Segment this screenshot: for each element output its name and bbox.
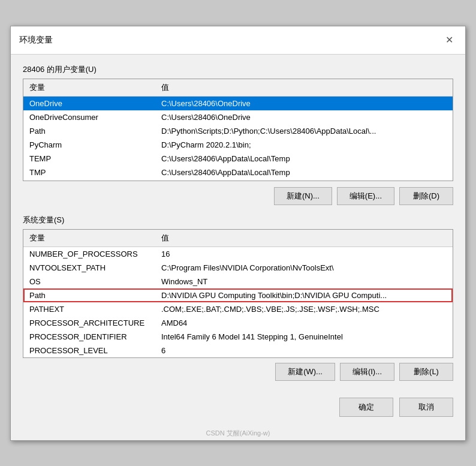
user-var-row[interactable]: PyCharm D:\PyCharm 2020.2.1\bin; <box>23 138 453 152</box>
user-vars-header: 变量 值 <box>23 79 453 97</box>
user-vars-buttons: 新建(N)... 编辑(E)... 删除(D) <box>23 187 453 205</box>
user-var-value: C:\Users\28406\AppData\Local\Temp <box>159 153 449 164</box>
user-var-value: C:\Users\28406\AppData\Local\Temp <box>159 167 449 178</box>
user-var-row[interactable]: OneDrive C:\Users\28406\OneDrive <box>23 97 453 110</box>
user-var-row[interactable]: TEMP C:\Users\28406\AppData\Local\Temp <box>23 152 453 166</box>
system-var-col-name: 变量 <box>27 232 159 245</box>
system-var-row[interactable]: PROCESSOR_ARCHITECTURE AMD64 <box>23 316 453 330</box>
system-var-name: NVTOOLSEXT_PATH <box>27 262 159 273</box>
user-var-row[interactable]: TMP C:\Users\28406\AppData\Local\Temp <box>23 166 453 179</box>
system-var-name: PROCESSOR_LEVEL <box>27 345 159 356</box>
system-var-row[interactable]: OS Windows_NT <box>23 275 453 288</box>
user-var-value: C:\Users\28406\OneDrive <box>159 112 449 123</box>
user-var-name: TEMP <box>27 153 159 164</box>
system-var-name: OS <box>27 276 159 287</box>
system-var-name: NUMBER_OF_PROCESSORS <box>27 248 159 260</box>
system-vars-buttons: 新建(W)... 编辑(I)... 删除(L) <box>23 363 453 381</box>
system-edit-button[interactable]: 编辑(I)... <box>340 363 394 381</box>
footer-buttons: 确定 取消 <box>23 390 453 422</box>
user-var-row[interactable]: OneDriveConsumer C:\Users\28406\OneDrive <box>23 110 453 124</box>
system-var-row[interactable]: NUMBER_OF_PROCESSORS 16 <box>23 247 453 261</box>
system-var-name: PROCESSOR_ARCHITECTURE <box>27 317 159 329</box>
close-button[interactable]: ✕ <box>441 32 457 48</box>
system-var-value: D:\NVIDIA GPU Computing Toolkit\bin;D:\N… <box>159 290 449 301</box>
system-delete-button[interactable]: 删除(L) <box>399 363 453 381</box>
user-var-value: D:\Python\Scripts;D:\Python;C:\Users\284… <box>159 125 449 137</box>
system-var-value: 16 <box>159 248 449 260</box>
user-var-value: D:\PyCharm 2020.2.1\bin; <box>159 139 449 151</box>
watermark: CSDN 艾醒(AiXing-w) <box>11 429 465 440</box>
system-new-button[interactable]: 新建(W)... <box>275 363 335 381</box>
system-var-name: PATHEXT <box>27 303 159 315</box>
system-var-row[interactable]: PROCESSOR_IDENTIFIER Intel64 Family 6 Mo… <box>23 330 453 344</box>
system-var-value: Windows_NT <box>159 276 449 287</box>
system-var-name: PROCESSOR_IDENTIFIER <box>27 331 159 342</box>
env-vars-dialog: 环境变量 ✕ 28406 的用户变量(U) 变量 值 OneDrive C:\U… <box>10 26 466 441</box>
system-var-value: 6 <box>159 345 449 356</box>
dialog-content: 28406 的用户变量(U) 变量 值 OneDrive C:\Users\28… <box>11 55 465 429</box>
user-edit-button[interactable]: 编辑(E)... <box>337 187 394 205</box>
user-vars-table: 变量 值 OneDrive C:\Users\28406\OneDrive On… <box>23 79 453 181</box>
system-var-value: Intel64 Family 6 Model 141 Stepping 1, G… <box>159 331 449 342</box>
user-var-row[interactable]: Path D:\Python\Scripts;D:\Python;C:\User… <box>23 124 453 138</box>
system-vars-body[interactable]: NUMBER_OF_PROCESSORS 16 NVTOOLSEXT_PATH … <box>23 247 453 357</box>
system-var-row[interactable]: Path D:\NVIDIA GPU Computing Toolkit\bin… <box>23 288 453 302</box>
system-var-row[interactable]: PROCESSOR_LEVEL 6 <box>23 344 453 357</box>
system-var-col-value: 值 <box>159 232 449 245</box>
system-vars-section-title: 系统变量(S) <box>23 215 453 226</box>
user-var-col-name: 变量 <box>27 81 159 94</box>
system-var-value: C:\Program Files\NVIDIA Corporation\NvTo… <box>159 262 449 273</box>
ok-button[interactable]: 确定 <box>339 398 393 417</box>
user-var-name: Path <box>27 125 159 137</box>
user-delete-button[interactable]: 删除(D) <box>399 187 453 205</box>
user-new-button[interactable]: 新建(N)... <box>274 187 332 205</box>
user-var-value: C:\Users\28406\OneDrive <box>159 98 449 109</box>
title-bar: 环境变量 ✕ <box>11 26 465 55</box>
system-var-row[interactable]: PATHEXT .COM;.EXE;.BAT;.CMD;.VBS;.VBE;.J… <box>23 302 453 316</box>
user-vars-section-title: 28406 的用户变量(U) <box>23 64 453 75</box>
dialog-title: 环境变量 <box>19 35 53 46</box>
user-var-name: TMP <box>27 167 159 178</box>
cancel-button[interactable]: 取消 <box>399 398 453 417</box>
user-var-col-value: 值 <box>159 81 449 94</box>
system-vars-table: 变量 值 NUMBER_OF_PROCESSORS 16 NVTOOLSEXT_… <box>23 229 453 358</box>
user-vars-body[interactable]: OneDrive C:\Users\28406\OneDrive OneDriv… <box>23 97 453 181</box>
user-var-name: OneDrive <box>27 98 159 109</box>
system-var-value: .COM;.EXE;.BAT;.CMD;.VBS;.VBE;.JS;.JSE;.… <box>159 303 449 315</box>
system-var-value: AMD64 <box>159 317 449 329</box>
user-var-name: OneDriveConsumer <box>27 112 159 123</box>
system-var-row[interactable]: NVTOOLSEXT_PATH C:\Program Files\NVIDIA … <box>23 261 453 275</box>
system-var-name: Path <box>27 290 159 301</box>
system-vars-header: 变量 值 <box>23 230 453 247</box>
user-var-name: PyCharm <box>27 139 159 151</box>
